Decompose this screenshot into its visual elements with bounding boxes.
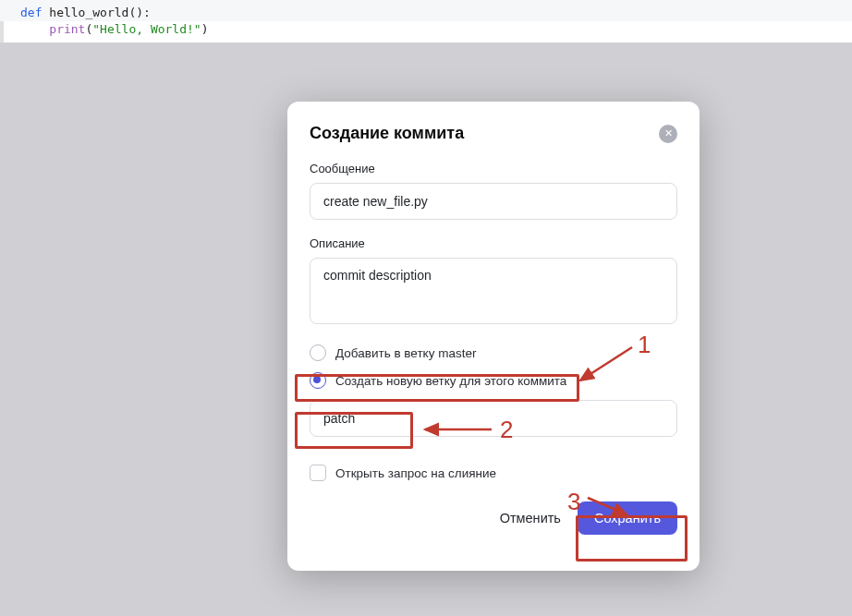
message-label: Сообщение: [310, 162, 677, 175]
branch-name-input[interactable]: [323, 411, 663, 426]
checkbox-icon: [310, 465, 326, 481]
radio-add-to-master[interactable]: Добавить в ветку master: [310, 344, 677, 361]
commit-description-input[interactable]: commit description: [310, 258, 677, 324]
description-label: Описание: [310, 236, 677, 250]
save-button[interactable]: Сохранить: [578, 501, 677, 535]
cancel-button[interactable]: Отменить: [500, 511, 561, 525]
code-line-2: print("Hello, World!"): [0, 21, 852, 42]
close-button[interactable]: ✕: [659, 125, 677, 143]
description-field-group: Описание commit description: [310, 236, 677, 328]
radio-newbranch-label: Создать новую ветку для этого коммита: [335, 374, 566, 388]
message-field-group: Сообщение: [310, 162, 677, 220]
modal-title: Создание коммита: [310, 124, 464, 143]
close-icon: ✕: [664, 128, 673, 139]
radio-icon: [310, 372, 326, 389]
modal-footer: Отменить Сохранить: [310, 501, 677, 535]
checkbox-mr-label: Открыть запрос на слияние: [335, 466, 496, 480]
modal-header: Создание коммита ✕: [310, 124, 677, 143]
code-line-1: def hello_world():: [0, 0, 852, 21]
radio-icon: [310, 344, 326, 361]
branch-name-field: [310, 400, 677, 437]
checkbox-open-mr[interactable]: Открыть запрос на слияние: [310, 465, 677, 481]
commit-modal: Создание коммита ✕ Сообщение Описание co…: [287, 102, 700, 571]
code-editor: def hello_world(): print("Hello, World!"…: [0, 0, 852, 42]
radio-create-new-branch[interactable]: Создать новую ветку для этого коммита: [310, 372, 677, 389]
commit-message-input[interactable]: [310, 183, 677, 220]
radio-master-label: Добавить в ветку master: [335, 346, 476, 360]
